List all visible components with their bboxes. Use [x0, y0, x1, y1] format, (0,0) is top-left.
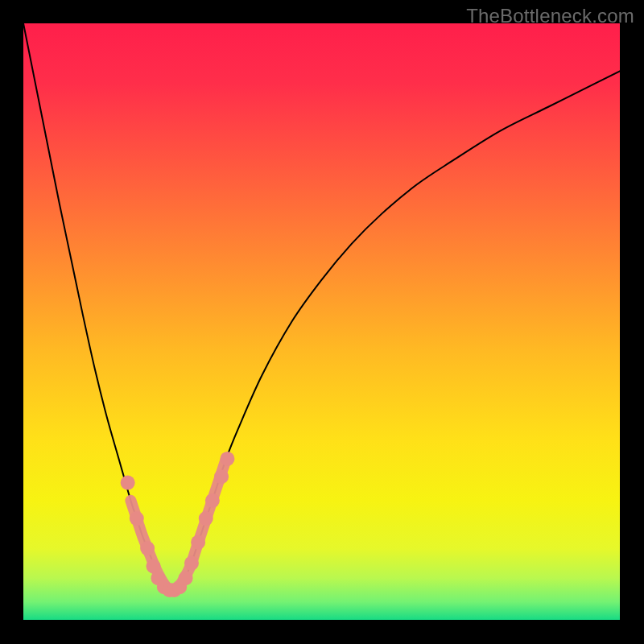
data-marker: [121, 476, 135, 490]
chart-svg: [23, 23, 620, 620]
data-marker: [199, 511, 213, 526]
data-marker: [214, 469, 229, 484]
watermark-text: TheBottleneck.com: [466, 5, 634, 27]
data-marker: [191, 535, 205, 550]
data-marker: [179, 571, 193, 585]
data-marker: [220, 452, 234, 466]
plot-area: [23, 23, 620, 620]
data-marker: [205, 493, 220, 508]
chart-frame: TheBottleneck.com: [0, 0, 644, 644]
data-marker: [184, 556, 199, 571]
data-marker: [130, 511, 144, 526]
data-marker: [140, 541, 155, 555]
gradient-background: [23, 23, 620, 620]
